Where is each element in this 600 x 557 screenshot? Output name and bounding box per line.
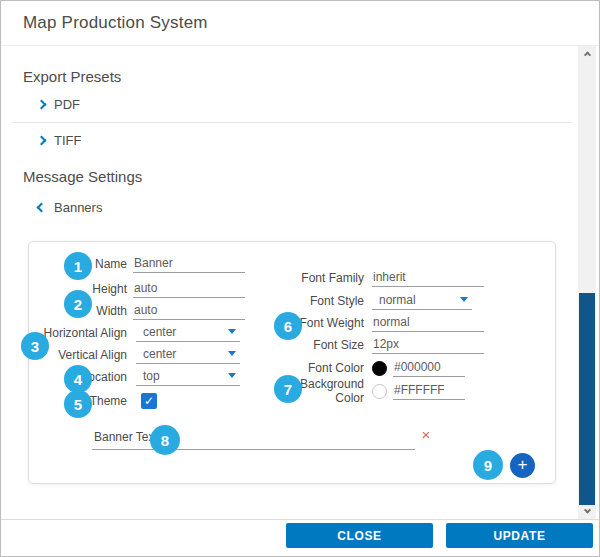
chevron-down-icon <box>460 297 468 302</box>
chevron-right-icon <box>37 99 47 109</box>
font-color-row: Font Color <box>269 358 465 378</box>
callout-5: 5 <box>64 390 92 418</box>
location-value: top <box>143 369 160 383</box>
preset-label: TIFF <box>54 133 81 148</box>
callout-2: 2 <box>64 290 92 318</box>
font-family-row: Font Family <box>269 268 484 288</box>
page-title: Map Production System <box>23 13 208 33</box>
width-input[interactable] <box>133 302 245 320</box>
font-style-label: Font Style <box>269 294 364 308</box>
callout-7: 7 <box>274 375 302 403</box>
callout-1: 1 <box>64 252 92 280</box>
scrollbar-thumb[interactable] <box>579 293 595 505</box>
header-divider <box>1 45 600 46</box>
scroll-up-button[interactable] <box>578 46 596 61</box>
callout-6: 6 <box>274 312 302 340</box>
callout-9: 9 <box>473 450 503 480</box>
horizontal-align-row: Horizontal Align center <box>39 323 240 343</box>
callout-8: 8 <box>150 425 180 455</box>
export-presets-heading: Export Presets <box>23 68 121 85</box>
name-input[interactable] <box>133 255 245 273</box>
chevron-right-icon <box>37 135 47 145</box>
font-weight-input[interactable] <box>372 314 484 332</box>
callout-4: 4 <box>64 365 92 393</box>
delete-banner-button[interactable]: × <box>417 426 435 444</box>
chevron-left-icon <box>37 202 47 212</box>
vertical-align-value: center <box>143 347 176 361</box>
chevron-down-icon <box>228 351 236 356</box>
font-size-label: Font Size <box>269 338 364 352</box>
font-size-row: Font Size <box>269 335 484 355</box>
footer-divider <box>1 519 600 520</box>
vertical-align-select[interactable]: center <box>136 346 240 364</box>
banner-text-label: Banner Text <box>94 430 158 444</box>
update-button[interactable]: UPDATE <box>446 523 593 548</box>
chevron-down-icon <box>228 373 236 378</box>
preset-item-tiff[interactable]: TIFF <box>38 131 81 149</box>
callout-3: 3 <box>21 332 49 360</box>
back-label: Banners <box>54 200 102 215</box>
font-color-input[interactable] <box>393 359 465 377</box>
close-button[interactable]: CLOSE <box>286 523 433 548</box>
font-color-label: Font Color <box>269 361 364 375</box>
scroll-down-button[interactable] <box>578 504 596 519</box>
chevron-up-icon <box>583 51 590 58</box>
close-icon: × <box>422 426 431 443</box>
vertical-scrollbar[interactable] <box>578 46 596 519</box>
preset-item-pdf[interactable]: PDF <box>38 95 80 113</box>
chevron-down-icon <box>228 329 236 334</box>
background-color-input[interactable] <box>393 382 465 400</box>
preset-divider <box>13 122 571 123</box>
horizontal-align-label: Horizontal Align <box>39 326 127 340</box>
theme-checkbox[interactable]: ✓ <box>141 393 157 409</box>
message-settings-heading: Message Settings <box>23 168 142 185</box>
font-size-input[interactable] <box>372 336 484 354</box>
banner-settings-card: Name Height Width Horizontal Align cente… <box>28 241 556 484</box>
location-select[interactable]: top <box>136 368 240 386</box>
banners-back-link[interactable]: Banners <box>38 198 102 216</box>
check-icon: ✓ <box>144 394 154 408</box>
plus-icon: + <box>518 455 528 474</box>
chevron-down-icon <box>583 507 590 514</box>
horizontal-align-select[interactable]: center <box>136 324 240 342</box>
vertical-align-row: Vertical Align center <box>39 345 240 365</box>
font-color-swatch[interactable] <box>372 361 387 376</box>
preset-label: PDF <box>54 97 80 112</box>
theme-row: Theme ✓ <box>39 391 157 411</box>
background-color-swatch[interactable] <box>372 384 387 399</box>
font-family-input[interactable] <box>372 269 484 287</box>
add-banner-button[interactable]: + <box>510 453 535 478</box>
height-input[interactable] <box>133 280 245 298</box>
horizontal-align-value: center <box>143 325 176 339</box>
font-family-label: Font Family <box>269 271 364 285</box>
font-style-select[interactable]: normal <box>372 292 472 310</box>
map-production-dialog: Map Production System Export Presets PDF… <box>0 0 600 557</box>
vertical-align-label: Vertical Align <box>39 348 127 362</box>
font-style-value: normal <box>379 293 416 307</box>
font-style-row: Font Style normal <box>269 291 472 311</box>
